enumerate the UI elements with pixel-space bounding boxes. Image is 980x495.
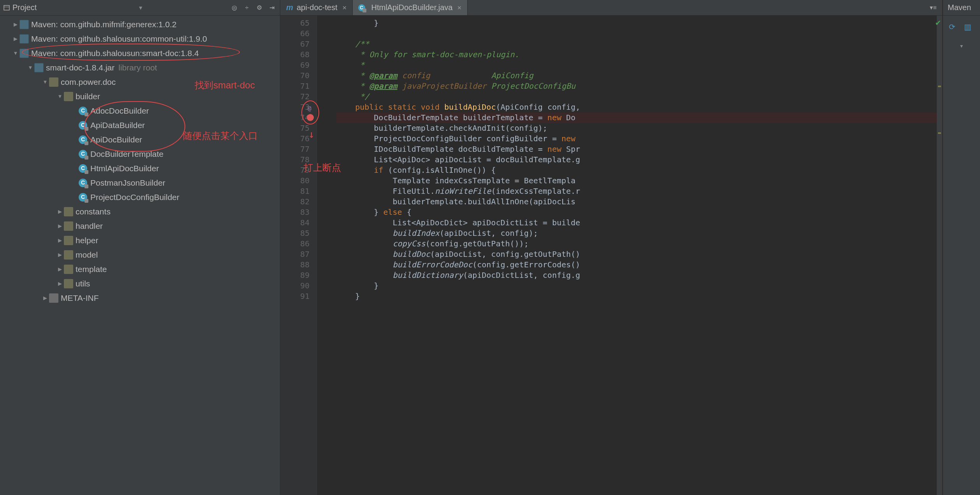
tree-arrow-icon[interactable]: ▼ [41, 75, 49, 89]
gutter-line[interactable]: 83 [283, 207, 310, 218]
gutter-line[interactable]: 69 [283, 60, 310, 70]
gutter-line[interactable]: 77 [283, 144, 310, 154]
gutter-line[interactable]: 84 [283, 218, 310, 228]
close-icon[interactable]: ✕ [457, 5, 462, 11]
gutter-line[interactable]: 71 [283, 81, 310, 91]
gutter-line[interactable]: 89 [283, 270, 310, 281]
code-line[interactable]: * Only for smart-doc-maven-plugin. [336, 49, 937, 60]
gutter-line[interactable]: 78 [283, 154, 310, 165]
tab-htmlapidocbuilder[interactable]: C HtmlApiDocBuilder.java ✕ [353, 0, 468, 15]
code-line[interactable]: builderTemplate.checkAndInit(config); [336, 123, 937, 133]
tree-row[interactable]: ▶constants [0, 204, 280, 219]
tree-row[interactable]: CDocBuilderTemplate [0, 147, 280, 161]
code-line[interactable]: ProjectDocConfigBuilder configBuilder = … [336, 133, 937, 144]
tree-arrow-icon[interactable]: ▶ [56, 248, 64, 262]
code-line[interactable]: } else { [336, 207, 937, 218]
tree-row[interactable]: ▼builder [0, 89, 280, 104]
tree-row[interactable]: ▼com.power.doc [0, 75, 280, 89]
tree-row[interactable]: ▶META-INF [0, 291, 280, 305]
collapse-icon[interactable]: ⇥ [267, 3, 277, 13]
code-line[interactable]: copyCss(config.getOutPath()); [336, 239, 937, 249]
tree-row[interactable]: ▶template [0, 262, 280, 276]
gutter-line[interactable]: 86 [283, 239, 310, 249]
gutter-line[interactable]: 66 [283, 28, 310, 39]
gutter-line[interactable]: 90 [283, 281, 310, 291]
maven-collapse-icon[interactable]: ▾ [943, 38, 980, 54]
divide-icon[interactable]: ÷ [242, 3, 252, 13]
tree-arrow-icon[interactable]: ▶ [56, 276, 64, 291]
code-area[interactable]: } /** * Only for smart-doc-maven-plugin.… [317, 16, 937, 495]
tree-arrow-icon[interactable]: ▶ [12, 32, 19, 46]
code-line[interactable]: * @param javaProjectBuilder ProjectDocCo… [336, 81, 937, 91]
editor-scrollbar[interactable]: ✔ [937, 16, 942, 495]
tree-row[interactable]: ▼Maven: com.github.shalousun:smart-doc:1… [0, 46, 280, 60]
tree-row[interactable]: ▶Maven: com.github.shalousun:common-util… [0, 32, 280, 46]
code-line[interactable]: } [336, 281, 937, 291]
code-line[interactable]: builderTemplate.buildAllInOne(apiDocLis [336, 197, 937, 207]
gutter-line[interactable]: 81 [283, 186, 310, 197]
tree-arrow-icon[interactable]: ▶ [56, 233, 64, 248]
code-line[interactable]: */ [336, 91, 937, 102]
gutter-line[interactable]: 72 [283, 91, 310, 102]
tree-row[interactable]: CAdocDocBuilder [0, 104, 280, 118]
tree-row[interactable]: ▶Maven: com.github.mifmif:generex:1.0.2 [0, 17, 280, 32]
tree-row[interactable]: CProjectDocConfigBuilder [0, 190, 280, 204]
tree-arrow-icon[interactable]: ▶ [56, 204, 64, 219]
code-line[interactable] [336, 28, 937, 39]
editor-gutter[interactable]: 6566676869707172737475767778798081828384… [280, 16, 317, 495]
gutter-line[interactable]: 79 [283, 165, 310, 176]
project-tree[interactable]: ▶Maven: com.github.mifmif:generex:1.0.2▶… [0, 16, 280, 495]
tree-row[interactable]: ▶model [0, 248, 280, 262]
code-line[interactable]: buildErrorCodeDoc(config.getErrorCodes() [336, 260, 937, 270]
tree-arrow-icon[interactable]: ▶ [12, 17, 19, 32]
tree-row[interactable]: CApiDataBuilder [0, 118, 280, 132]
tree-arrow-icon[interactable]: ▼ [26, 60, 34, 75]
add-maven-icon[interactable]: ▥ [962, 21, 973, 33]
refresh-icon[interactable]: ⟳ [946, 21, 958, 33]
code-line[interactable]: List<ApiDoc> apiDocList = docBuildTempla… [336, 154, 937, 165]
gutter-line[interactable]: 88 [283, 260, 310, 270]
project-view-dropdown[interactable]: ▼ [138, 5, 143, 11]
code-line[interactable]: FileUtil.nioWriteFile(indexCssTemplate.r [336, 186, 937, 197]
gutter-line[interactable]: 76 [283, 133, 310, 144]
tree-arrow-icon[interactable]: ▼ [56, 89, 64, 104]
code-line[interactable]: * @param config ApiConfig [336, 70, 937, 81]
tree-row[interactable]: CApiDocBuilder [0, 132, 280, 147]
code-line[interactable]: buildDictionary(apiDocDictList, config.g [336, 270, 937, 281]
gutter-line[interactable]: 65 [283, 18, 310, 28]
close-icon[interactable]: ✕ [342, 5, 347, 11]
gutter-line[interactable]: 74 [283, 112, 310, 123]
locate-icon[interactable]: ◎ [229, 3, 239, 13]
tab-api-doc-test[interactable]: m api-doc-test ✕ [280, 0, 353, 15]
tree-row[interactable]: ▶utils [0, 276, 280, 291]
breakpoint-icon[interactable] [307, 114, 314, 121]
code-line[interactable]: /** [336, 39, 937, 49]
gutter-line[interactable]: 75 [283, 123, 310, 133]
code-line[interactable]: List<ApiDocDict> apiDocDictList = builde [336, 218, 937, 228]
tree-arrow-icon[interactable]: ▶ [56, 219, 64, 233]
code-line[interactable]: DocBuilderTemplate builderTemplate = new… [336, 112, 937, 123]
gutter-line[interactable]: 68 [283, 49, 310, 60]
override-gutter-icon[interactable]: @ [308, 103, 311, 114]
code-line[interactable]: } [336, 18, 937, 28]
gutter-line[interactable]: 80 [283, 176, 310, 186]
code-line[interactable]: public static void buildApiDoc(ApiConfig… [336, 102, 937, 112]
code-line[interactable]: IDocBuildTemplate docBuildTemplate = new… [336, 144, 937, 154]
tree-row[interactable]: ▼smart-doc-1.8.4.jarlibrary root [0, 60, 280, 75]
code-line[interactable]: * [336, 60, 937, 70]
tree-arrow-icon[interactable]: ▶ [56, 262, 64, 276]
tree-row[interactable]: CPostmanJsonBuilder [0, 176, 280, 190]
tree-row[interactable]: CHtmlApiDocBuilder [0, 161, 280, 176]
gutter-line[interactable]: 82 [283, 197, 310, 207]
gutter-line[interactable]: 67 [283, 39, 310, 49]
code-line[interactable]: if (config.isAllInOne()) { [336, 165, 937, 176]
tree-arrow-icon[interactable]: ▼ [12, 46, 19, 60]
gutter-line[interactable]: 70 [283, 70, 310, 81]
tree-row[interactable]: ▶helper [0, 233, 280, 248]
code-line[interactable]: buildDoc(apiDocList, config.getOutPath() [336, 249, 937, 260]
code-line[interactable]: } [336, 291, 937, 302]
code-line[interactable]: buildIndex(apiDocList, config); [336, 228, 937, 239]
tree-arrow-icon[interactable]: ▶ [41, 291, 49, 305]
code-line[interactable]: Template indexCssTemplate = BeetlTempla [336, 176, 937, 186]
gutter-line[interactable]: 91 [283, 291, 310, 302]
